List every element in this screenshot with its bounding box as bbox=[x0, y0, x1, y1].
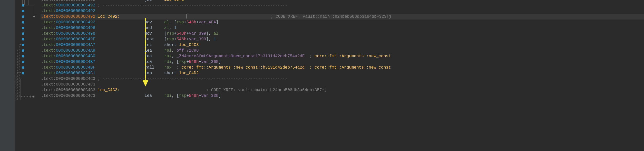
disasm-row[interactable]: .text:000000000000C4A7 jnz short loc_C4C… bbox=[41, 42, 644, 48]
disasm-row[interactable]: .text:000000000000C4B7 lea rdi, [rsp+548… bbox=[41, 59, 644, 65]
operand: var_399 bbox=[189, 31, 206, 36]
operand: 1 bbox=[213, 37, 216, 42]
breakpoint-indicator-icon[interactable] bbox=[22, 55, 24, 58]
operand: ], bbox=[206, 31, 213, 36]
disasm-row[interactable]: .text:000000000000C492 mov al, [rsp+548h… bbox=[41, 20, 644, 25]
operand: + bbox=[184, 20, 187, 25]
mnemonic: jmp bbox=[144, 0, 164, 2]
breakpoint-indicator-icon[interactable] bbox=[22, 4, 24, 7]
mnemonic: mov bbox=[144, 20, 164, 25]
disassembly-listing[interactable]: .text:000000000000C48D jmp loc_C973.text… bbox=[41, 0, 644, 148]
operand: + bbox=[187, 37, 189, 42]
operand: + bbox=[187, 93, 189, 98]
disasm-row[interactable]: .text:000000000000C492 bbox=[41, 8, 644, 14]
operand: al bbox=[164, 20, 169, 25]
operand: , [ bbox=[172, 60, 179, 64]
operand: rsp bbox=[167, 37, 174, 42]
operand: , bbox=[172, 54, 177, 59]
segment-name: .text bbox=[41, 48, 53, 53]
breakpoint-indicator-icon[interactable] bbox=[22, 38, 24, 41]
breakpoint-indicator-icon[interactable] bbox=[22, 27, 24, 29]
operand: var_4FA bbox=[199, 20, 216, 25]
inline-comment: ; CODE XREF: vault::main::h24beb508db3a6… bbox=[271, 14, 391, 19]
operand: + bbox=[174, 37, 177, 42]
address: 000000000000C4C3 bbox=[56, 82, 95, 87]
operand: loc_C973 bbox=[164, 0, 184, 2]
segment-name: .text bbox=[41, 9, 53, 13]
address: 000000000000C49F bbox=[56, 37, 95, 42]
breakpoint-indicator-icon[interactable] bbox=[22, 44, 24, 46]
segment-name: .text bbox=[41, 71, 53, 76]
disasm-row[interactable]: .text:000000000000C49F test [rsp+548h+va… bbox=[41, 36, 644, 42]
mnemonic: jnz bbox=[144, 43, 164, 47]
breakpoint-indicator-icon[interactable] bbox=[22, 15, 24, 18]
disasm-row[interactable]: .text:000000000000C492 loc_C492: ; CODE … bbox=[41, 14, 644, 20]
disasm-row[interactable]: .text:000000000000C4B0 lea rax, _ZN4core… bbox=[41, 53, 644, 59]
operand: + bbox=[174, 31, 177, 36]
mnemonic: lea bbox=[144, 48, 164, 53]
address: 000000000000C492 bbox=[56, 14, 95, 19]
disasm-row[interactable]: .text:000000000000C4C3 ; ---------------… bbox=[41, 76, 644, 82]
disasm-row[interactable]: .text:000000000000C4C3 loc_C4C3: ; CODE … bbox=[41, 87, 644, 93]
disasm-row[interactable]: .text:000000000000C4C3 bbox=[41, 82, 644, 87]
disasm-row[interactable]: .text:000000000000C48D jmp loc_C973 bbox=[41, 0, 644, 3]
operand: var_399 bbox=[189, 37, 206, 42]
operand: var_368 bbox=[201, 60, 218, 64]
operand: rsp bbox=[179, 60, 187, 64]
mnemonic: lea bbox=[144, 60, 164, 64]
code-label: loc_C4C3: bbox=[98, 88, 120, 92]
operand: rsi bbox=[164, 48, 172, 53]
address: 000000000000C4A7 bbox=[56, 43, 95, 47]
address: 000000000000C4B7 bbox=[56, 60, 95, 64]
operand: rdi bbox=[164, 93, 172, 98]
operand: 548h bbox=[187, 20, 196, 25]
disasm-row[interactable]: .text:000000000000C492 ; ---------------… bbox=[41, 3, 644, 8]
breakpoint-indicator-icon[interactable] bbox=[22, 32, 24, 35]
operand: ] bbox=[218, 60, 221, 64]
breakpoint-indicator-icon[interactable] bbox=[22, 72, 24, 74]
operand: short bbox=[164, 43, 179, 47]
mnemonic: test bbox=[144, 37, 164, 42]
operand: ], bbox=[206, 37, 213, 42]
address: 000000000000C4C3 bbox=[56, 88, 95, 92]
mnemonic: call bbox=[144, 65, 164, 70]
address: 000000000000C48D bbox=[56, 0, 95, 2]
operand: , [ bbox=[169, 20, 177, 25]
operand: rdi bbox=[164, 60, 172, 64]
operand: rax bbox=[164, 54, 172, 59]
breakpoint-column[interactable] bbox=[15, 0, 41, 151]
address: 000000000000C4B0 bbox=[56, 54, 95, 59]
operand: , bbox=[169, 26, 174, 30]
mnemonic: lea bbox=[144, 54, 164, 59]
separator-comment: ; --------------------------------------… bbox=[98, 3, 287, 8]
address: 000000000000C4BF bbox=[56, 65, 95, 70]
address: 000000000000C4C3 bbox=[56, 77, 95, 81]
address: 000000000000C496 bbox=[56, 26, 95, 30]
address: 000000000000C4A9 bbox=[56, 48, 95, 53]
disasm-row[interactable]: .text:000000000000C498 mov [rsp+548h+var… bbox=[41, 31, 644, 36]
breakpoint-indicator-icon[interactable] bbox=[22, 49, 24, 52]
operand: short bbox=[164, 71, 179, 76]
mnemonic: and bbox=[144, 26, 164, 30]
disasm-row[interactable]: .text:000000000000C4A9 lea rsi, off_72C9… bbox=[41, 48, 644, 53]
disasm-row[interactable]: .text:000000000000C4C3 lea rdi, [rsp+548… bbox=[41, 93, 644, 99]
breakpoint-indicator-icon[interactable] bbox=[22, 21, 24, 24]
operand: off_72C98 bbox=[177, 48, 199, 53]
segment-name: .text bbox=[41, 82, 53, 87]
breakpoint-indicator-icon[interactable] bbox=[22, 66, 24, 69]
breakpoint-indicator-icon[interactable] bbox=[22, 10, 24, 12]
segment-name: .text bbox=[41, 65, 53, 70]
segment-name: .text bbox=[41, 54, 53, 59]
operand: var_338 bbox=[201, 93, 218, 98]
address: 000000000000C492 bbox=[56, 20, 95, 25]
breakpoint-indicator-icon[interactable] bbox=[22, 61, 24, 63]
address: 000000000000C4C1 bbox=[56, 71, 95, 76]
disasm-row[interactable]: .text:000000000000C4BF call rax ; core::… bbox=[41, 65, 644, 70]
operand: + bbox=[187, 60, 189, 64]
address: 000000000000C492 bbox=[56, 3, 95, 8]
disasm-row[interactable]: .text:000000000000C4C1 jmp short loc_C4D… bbox=[41, 70, 644, 76]
editor-gutter bbox=[0, 0, 15, 151]
operand: [ bbox=[164, 37, 167, 42]
disasm-row[interactable]: .text:000000000000C496 and al, 1 bbox=[41, 25, 644, 31]
operand: rsp bbox=[167, 31, 174, 36]
